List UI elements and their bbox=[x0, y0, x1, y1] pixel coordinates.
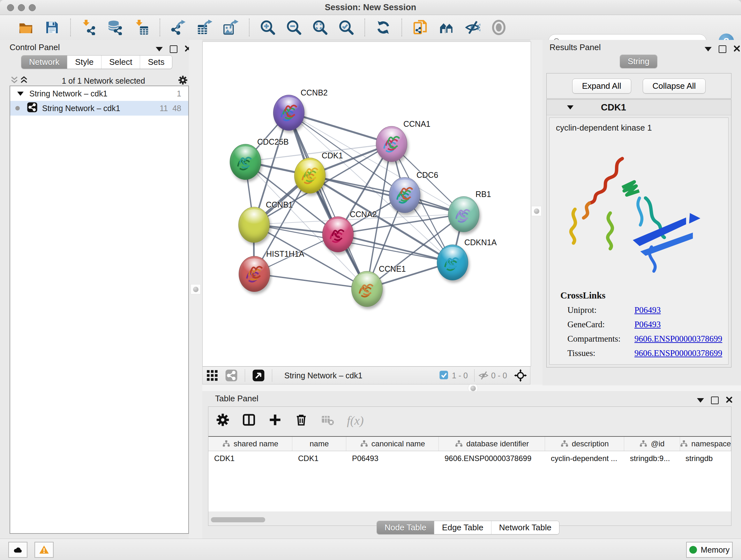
delete-column-icon[interactable] bbox=[294, 413, 308, 428]
gene-section-header[interactable]: CDK1 bbox=[547, 100, 731, 115]
crosslink-link[interactable]: P06493 bbox=[634, 363, 661, 365]
column-source-icon bbox=[560, 440, 569, 448]
network-node-ccnb2[interactable] bbox=[273, 95, 305, 131]
right-splitter[interactable] bbox=[530, 40, 542, 385]
first-neighbors-button[interactable] bbox=[437, 18, 456, 37]
table-cell[interactable]: P06493 bbox=[346, 451, 439, 466]
table-cell[interactable]: CDK1 bbox=[292, 451, 346, 466]
export-table-button[interactable] bbox=[195, 18, 214, 37]
collapse-all-button[interactable]: Collapse All bbox=[643, 78, 706, 94]
column-header--id[interactable]: @id bbox=[624, 437, 680, 451]
network-row[interactable]: String Network – cdk1 11 48 bbox=[10, 101, 188, 116]
clone-network-button[interactable] bbox=[411, 18, 429, 37]
node-table[interactable]: shared namenamecanonical namedatabase id… bbox=[208, 436, 731, 511]
network-node-rb1[interactable] bbox=[448, 196, 479, 232]
zoom-in-button[interactable] bbox=[259, 18, 277, 37]
open-session-button[interactable] bbox=[17, 18, 35, 37]
column-header-description[interactable]: description bbox=[545, 437, 624, 451]
export-image-button[interactable] bbox=[221, 18, 240, 37]
maximize-table-panel-icon[interactable] bbox=[711, 396, 719, 404]
tab-node-table[interactable]: Node Table bbox=[377, 521, 434, 534]
horizontal-scrollbar[interactable] bbox=[211, 517, 265, 522]
import-network-from-database-button[interactable] bbox=[106, 18, 125, 37]
gene-description: cyclin-dependent kinase 1 bbox=[556, 123, 728, 133]
import-network-from-file-button[interactable] bbox=[80, 18, 98, 37]
add-column-icon[interactable] bbox=[268, 413, 282, 428]
table-cell[interactable]: stringdb:9... bbox=[624, 451, 680, 466]
hide-selected-button[interactable] bbox=[463, 18, 482, 37]
apply-layout-button[interactable] bbox=[374, 18, 393, 37]
tab-style[interactable]: Style bbox=[67, 56, 101, 69]
maximize-results-panel-icon[interactable] bbox=[719, 45, 726, 53]
network-node-cdc6[interactable] bbox=[389, 177, 420, 213]
save-session-button[interactable] bbox=[43, 18, 61, 37]
export-network-button[interactable] bbox=[169, 18, 188, 37]
column-header-name[interactable]: name bbox=[292, 437, 346, 451]
crosslink-link[interactable]: P06493 bbox=[634, 320, 661, 329]
collapse-all-networks-icon[interactable] bbox=[10, 75, 19, 86]
crosslink-link[interactable]: 9606.ENSP00000378699 bbox=[634, 334, 722, 344]
network-node-ccnb1[interactable] bbox=[239, 207, 270, 243]
close-table-panel-icon[interactable] bbox=[726, 396, 733, 405]
tab-network[interactable]: Network bbox=[21, 56, 67, 69]
crosslink-link[interactable]: P06493 bbox=[634, 305, 661, 315]
table-cell[interactable]: 9606.ENSP00000378699 bbox=[439, 451, 545, 466]
selected-checkbox-icon[interactable] bbox=[439, 370, 449, 381]
show-graphics-details-button[interactable] bbox=[489, 18, 508, 37]
tab-edge-table[interactable]: Edge Table bbox=[434, 521, 491, 534]
reposition-crosshair-icon[interactable] bbox=[514, 369, 527, 382]
expand-all-networks-icon[interactable] bbox=[19, 75, 29, 86]
network-options-gear-icon[interactable] bbox=[178, 75, 188, 86]
network-view-toolbar: String Network – cdk1 1 - 0 0 - 0 bbox=[202, 367, 530, 384]
tab-sets[interactable]: Sets bbox=[140, 56, 172, 69]
birdseye-view-icon[interactable] bbox=[252, 369, 265, 382]
table-cell[interactable]: stringdb bbox=[680, 451, 731, 466]
left-splitter-handle[interactable] bbox=[191, 284, 201, 294]
table-cell[interactable]: cyclin-dependent ... bbox=[545, 451, 624, 466]
title-bar[interactable]: Session: New Session bbox=[0, 0, 741, 15]
table-cell[interactable]: CDK1 bbox=[208, 451, 292, 466]
network-canvas[interactable]: CCNB2CCNA1CDC25BCDK1CDC6RB1CCNB1CCNA2CDK… bbox=[202, 42, 531, 367]
column-header-namespace[interactable]: namespace bbox=[680, 437, 731, 451]
network-node-cdc25b[interactable] bbox=[230, 144, 261, 180]
float-results-panel-icon[interactable] bbox=[704, 47, 712, 51]
zoom-fit-button[interactable] bbox=[311, 18, 329, 37]
tab-string[interactable]: String bbox=[620, 55, 657, 68]
left-splitter[interactable] bbox=[189, 40, 202, 539]
float-panel-icon[interactable] bbox=[156, 47, 163, 51]
network-node-ccne1[interactable] bbox=[351, 271, 383, 307]
column-header-canonical-name[interactable]: canonical name bbox=[346, 437, 439, 451]
memory-button[interactable]: Memory bbox=[686, 542, 733, 558]
zoom-out-button[interactable] bbox=[285, 18, 303, 37]
network-collection-row[interactable]: String Network – cdk1 1 bbox=[10, 86, 188, 101]
tab-select[interactable]: Select bbox=[101, 56, 140, 69]
tab-network-table[interactable]: Network Table bbox=[491, 521, 559, 534]
bottom-splitter[interactable] bbox=[202, 385, 741, 391]
network-node-ccna2[interactable] bbox=[322, 216, 354, 252]
network-node-ccna1[interactable] bbox=[376, 126, 407, 162]
network-node-cdkn1a[interactable] bbox=[437, 245, 468, 280]
import-table-from-file-button[interactable] bbox=[132, 18, 151, 37]
right-splitter-handle[interactable] bbox=[531, 206, 542, 216]
network-node-cdk1[interactable] bbox=[294, 158, 326, 193]
crosslink-link[interactable]: 9606.ENSP00000378699 bbox=[634, 348, 722, 358]
maximize-panel-icon[interactable] bbox=[170, 45, 178, 53]
table-options-gear-icon[interactable] bbox=[216, 413, 229, 428]
gene-expander-icon[interactable] bbox=[567, 105, 574, 110]
grid-view-icon[interactable] bbox=[206, 369, 219, 382]
network-node-hist1h1a[interactable] bbox=[239, 256, 270, 292]
collection-expander-icon[interactable] bbox=[17, 91, 23, 96]
close-results-panel-icon[interactable] bbox=[733, 45, 740, 53]
warnings-button[interactable] bbox=[35, 542, 54, 558]
show-columns-icon[interactable] bbox=[242, 413, 256, 428]
cloud-button[interactable] bbox=[8, 542, 27, 558]
network-share-view-icon[interactable] bbox=[225, 369, 238, 382]
column-header-shared-name[interactable]: shared name bbox=[208, 437, 292, 451]
zoom-selected-button[interactable] bbox=[337, 18, 355, 37]
crosslink-label: GeneCard: bbox=[567, 320, 634, 329]
table-row[interactable]: CDK1CDK1P064939606.ENSP00000378699cyclin… bbox=[208, 451, 731, 466]
network-edges bbox=[203, 42, 531, 366]
expand-all-button[interactable]: Expand All bbox=[572, 78, 631, 94]
column-header-database-identifier[interactable]: database identifier bbox=[439, 437, 545, 451]
float-table-panel-icon[interactable] bbox=[697, 398, 704, 402]
